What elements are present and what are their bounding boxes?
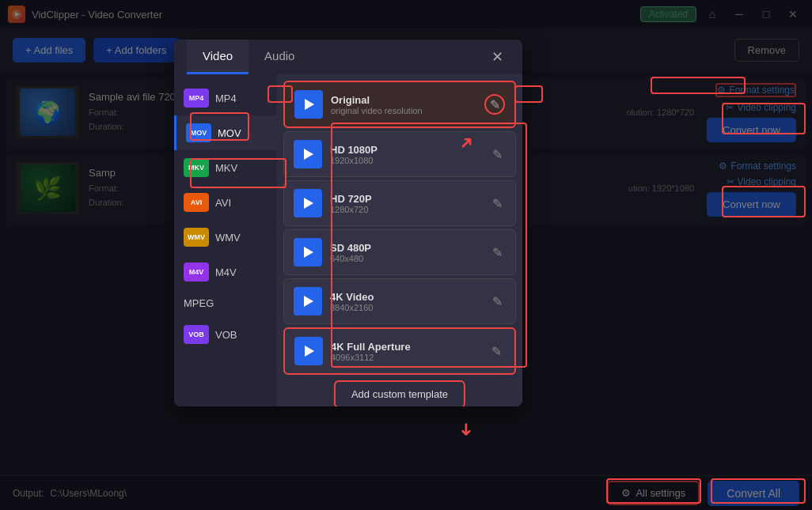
quality-item-sd480p[interactable]: SD 480P 640x480 ✎ bbox=[283, 229, 516, 275]
quality-text-hd720p: HD 720P 1280x720 bbox=[330, 193, 481, 214]
quality-icon-sd480p bbox=[294, 238, 322, 266]
quality-res-hd720p: 1280x720 bbox=[330, 205, 481, 214]
format-icon-mov: MOV bbox=[186, 123, 211, 142]
red-arrow-custom: ➜ bbox=[456, 422, 476, 436]
format-label-mov: MOV bbox=[218, 127, 241, 139]
quality-edit-4kvideo[interactable]: ✎ bbox=[489, 291, 506, 312]
format-icon-wmv: WMV bbox=[184, 228, 209, 247]
format-item-avi[interactable]: AVI AVI bbox=[174, 185, 277, 220]
quality-icon-hd1080p bbox=[294, 140, 322, 168]
quality-text-sd480p: SD 480P 640x480 bbox=[330, 242, 481, 263]
svg-marker-4 bbox=[304, 198, 313, 209]
quality-name-hd720p: HD 720P bbox=[330, 193, 481, 205]
quality-item-4kfullaperture[interactable]: 4K Full Aperture 4096x3112 ✎ bbox=[283, 327, 516, 375]
quality-icon-4kvideo bbox=[294, 287, 322, 315]
format-list: MP4 MP4 MOV MOV MKV MKV AVI AVI WMV WMV … bbox=[174, 74, 277, 406]
quality-icon-4kfullaperture bbox=[294, 337, 323, 365]
quality-edit-original[interactable]: ✎ bbox=[484, 94, 505, 115]
quality-item-hd1080p[interactable]: HD 1080P 1920x1080 ✎ bbox=[283, 131, 516, 177]
quality-edit-hd1080p[interactable]: ✎ bbox=[489, 144, 506, 165]
format-item-mov[interactable]: MOV MOV bbox=[174, 115, 277, 150]
svg-marker-5 bbox=[304, 247, 313, 258]
svg-marker-7 bbox=[305, 346, 314, 357]
add-custom-area: Add custom template bbox=[283, 378, 516, 406]
format-item-mkv[interactable]: MKV MKV bbox=[174, 150, 277, 185]
modal-tabs: Video Audio ✕ bbox=[174, 40, 522, 74]
quality-text-4kvideo: 4K Video 3840x2160 bbox=[330, 291, 481, 312]
format-icon-mkv: MKV bbox=[184, 158, 209, 177]
quality-edit-hd720p[interactable]: ✎ bbox=[489, 193, 506, 214]
quality-item-original[interactable]: Original original video resolution ✎ bbox=[283, 81, 516, 128]
modal-close-button[interactable]: ✕ bbox=[485, 42, 510, 72]
quality-icon-hd720p bbox=[294, 189, 322, 217]
format-item-vob[interactable]: VOB VOB bbox=[174, 317, 277, 352]
format-icon-m4v: M4V bbox=[184, 263, 209, 281]
quality-res-hd1080p: 1920x1080 bbox=[330, 156, 481, 165]
quality-res-4kfullaperture: 4096x3112 bbox=[331, 353, 480, 362]
format-item-m4v[interactable]: M4V M4V bbox=[174, 255, 277, 289]
quality-edit-4kfullaperture[interactable]: ✎ bbox=[488, 341, 505, 362]
format-label-m4v: M4V bbox=[215, 266, 237, 278]
format-item-mp4[interactable]: MP4 MP4 bbox=[174, 81, 277, 115]
svg-marker-3 bbox=[304, 149, 313, 160]
svg-marker-6 bbox=[304, 296, 313, 307]
quality-name-4kvideo: 4K Video bbox=[330, 291, 481, 303]
format-modal: Video Audio ✕ MP4 MP4 MOV MOV MKV MKV AV… bbox=[174, 40, 522, 406]
format-icon-vob: VOB bbox=[184, 325, 209, 344]
quality-edit-sd480p[interactable]: ✎ bbox=[489, 242, 506, 263]
quality-item-4kvideo[interactable]: 4K Video 3840x2160 ✎ bbox=[283, 278, 516, 324]
format-label-wmv: WMV bbox=[215, 232, 241, 244]
tab-video[interactable]: Video bbox=[187, 40, 249, 74]
modal-body: MP4 MP4 MOV MOV MKV MKV AVI AVI WMV WMV … bbox=[174, 74, 522, 406]
quality-res-4kvideo: 3840x2160 bbox=[330, 303, 481, 312]
quality-name-sd480p: SD 480P bbox=[330, 242, 481, 254]
format-item-wmv[interactable]: WMV WMV bbox=[174, 220, 277, 255]
quality-name-original: Original bbox=[331, 94, 476, 106]
quality-res-original: original video resolution bbox=[331, 106, 476, 115]
format-item-mpeg[interactable]: MPEG bbox=[174, 289, 277, 317]
quality-text-hd1080p: HD 1080P 1920x1080 bbox=[330, 144, 481, 165]
format-icon-mp4: MP4 bbox=[184, 89, 209, 108]
add-custom-template-button[interactable]: Add custom template bbox=[334, 380, 465, 406]
svg-marker-2 bbox=[305, 99, 314, 110]
quality-item-hd720p[interactable]: HD 720P 1280x720 ✎ bbox=[283, 180, 516, 226]
format-label-mp4: MP4 bbox=[215, 93, 237, 104]
quality-res-sd480p: 640x480 bbox=[330, 254, 481, 263]
quality-icon-original bbox=[294, 90, 323, 119]
format-icon-avi: AVI bbox=[184, 193, 209, 212]
quality-list: Original original video resolution ✎ HD … bbox=[277, 74, 522, 406]
format-label-mkv: MKV bbox=[215, 162, 237, 174]
tab-audio[interactable]: Audio bbox=[249, 40, 310, 74]
quality-text-4kfullaperture: 4K Full Aperture 4096x3112 bbox=[331, 341, 480, 362]
quality-text-original: Original original video resolution bbox=[331, 94, 476, 115]
format-label-vob: VOB bbox=[215, 329, 237, 341]
quality-name-4kfullaperture: 4K Full Aperture bbox=[331, 341, 480, 353]
format-label-avi: AVI bbox=[215, 197, 231, 209]
